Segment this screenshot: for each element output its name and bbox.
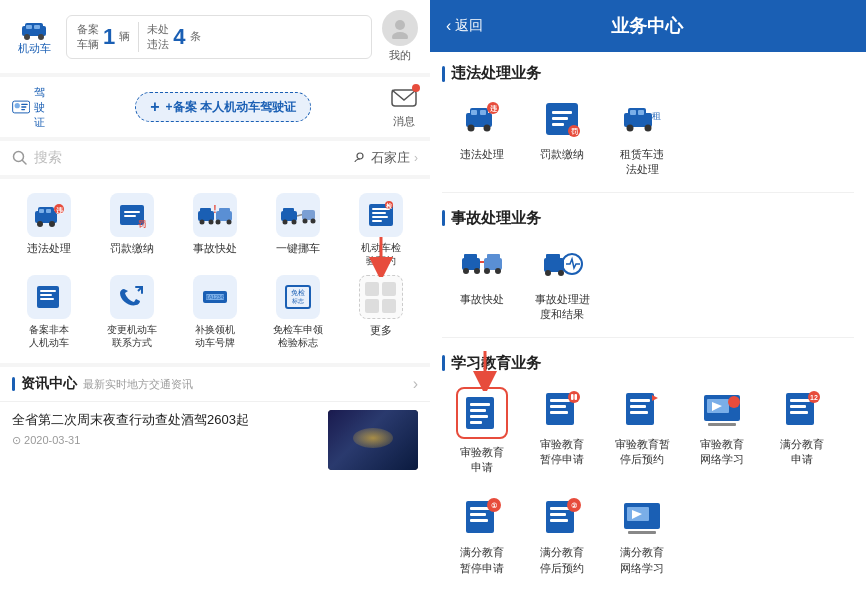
license-bar: 驾驶证 + +备案 本人机动车驾驶证 消息 [0,77,430,137]
change-contact-label: 变更机动车联系方式 [107,323,157,349]
full-score-icon-wrap: 12 [780,387,824,431]
filed-count: 1 [103,24,115,50]
svg-rect-26 [124,211,140,213]
news-title-row: 资讯中心 最新实时地方交通资讯 [12,375,193,393]
svg-point-99 [558,270,564,276]
svg-rect-113 [571,394,574,400]
section-violation-title: 违法处理业务 [451,64,541,83]
red-arrow-right-container [470,351,500,395]
tow-icon-box [276,193,320,237]
svg-rect-53 [37,286,59,308]
left-header: 机动车 备案车辆 1 辆 未处违法 4 条 我的 [0,0,430,73]
car-icon [20,18,48,40]
full-resume-icon-wrap: ② [540,495,584,539]
right-panel: ‹ 返回 业务中心 违法处理业务 [430,0,866,600]
svg-rect-21 [39,209,44,213]
full-online-label: 满分教育网络学习 [620,545,664,576]
icons-row-2: 备案非本人机动车 变更机动车联系方式 [0,271,430,353]
violation-handle-label: 违法处理 [460,147,504,162]
service-edu-pause[interactable]: 审验教育暂停申请 [522,381,602,482]
section-accident-title: 事故处理业务 [451,209,541,228]
news-subtitle: 最新实时地方交通资讯 [83,377,193,392]
motor-vehicle-section[interactable]: 机动车 [12,15,56,59]
quick-services: 违 违法处理 罚 罚款缴纳 [0,175,430,363]
edu-resume-icon [620,387,664,431]
fine-icon-box: 罚 [110,193,154,237]
exempt-inspection-icon: 免检 标志 [282,283,314,311]
svg-point-44 [302,219,307,224]
svg-rect-107 [470,421,482,424]
service-accident-progress[interactable]: 事故处理进度和结果 [522,236,602,329]
svg-rect-116 [630,399,650,402]
accident-quick-service[interactable]: ! 事故快处 [179,193,251,267]
non-personal-icon-box [27,275,71,319]
service-fine-payment[interactable]: 罚 罚款缴纳 [522,91,602,184]
news-item-1[interactable]: 全省第二次周末夜查行动查处酒驾2603起 ⊙ 2020-03-31 [0,402,430,478]
non-personal-vehicle-service[interactable]: 备案非本人机动车 [13,275,85,349]
service-rental-violation[interactable]: 租 租赁车违法处理 [602,91,682,184]
service-edu-apply[interactable]: 审验教育申请 [442,381,522,482]
svg-rect-118 [630,411,648,414]
svg-point-3 [38,34,44,40]
service-violation-handle[interactable]: 违 违法处理 [442,91,522,184]
accident-quick-icon [460,242,504,286]
svg-point-94 [495,268,501,274]
accident-progress-icon [540,242,584,286]
add-license-button[interactable]: + +备案 本人机动车驾驶证 [135,92,311,122]
svg-rect-49 [372,216,388,218]
full-pause-icon: ① [460,495,504,539]
svg-text:检: 检 [385,202,393,209]
svg-rect-30 [200,208,211,214]
my-profile[interactable]: 我的 [382,10,418,63]
svg-rect-143 [628,531,656,534]
message-button[interactable]: 消息 [390,86,418,129]
service-accident-quick[interactable]: 事故快处 [442,236,522,329]
svg-rect-110 [550,405,566,408]
service-edu-online[interactable]: 审验教育网络学习 [682,381,762,482]
news-chevron-icon[interactable]: › [413,375,418,393]
svg-text:违: 违 [56,206,64,214]
back-button[interactable]: ‹ 返回 [446,17,483,35]
more-services[interactable]: 更多 [345,275,417,349]
svg-point-83 [645,125,652,132]
fine-icon: 罚 [116,201,148,229]
search-input-area[interactable]: 搜索 [12,149,62,167]
fine-payment-icon-wrap: 罚 [540,97,584,141]
violation-service[interactable]: 违 违法处理 [13,193,85,267]
full-online-icon-wrap [620,495,664,539]
svg-point-35 [215,220,220,225]
full-pause-icon-wrap: ① [460,495,504,539]
news-header: 资讯中心 最新实时地方交通资讯 › [0,367,430,402]
full-score-label: 满分教育申请 [780,437,824,468]
search-bar: 搜索 石家庄 › [0,141,430,175]
section-violation-header: 违法处理业务 [442,52,854,91]
edu-online-icon-wrap [700,387,744,431]
svg-rect-50 [372,220,382,222]
service-full-score-apply[interactable]: 12 满分教育申请 [762,381,842,482]
location-text: 石家庄 [371,149,410,167]
svg-text:②: ② [571,502,578,509]
avatar-icon [389,17,411,39]
service-full-online[interactable]: 满分教育网络学习 [602,489,682,582]
edu-apply-icon-wrap [462,393,502,433]
page-title: 业务中心 [503,14,790,38]
location-selector[interactable]: 石家庄 › [353,149,418,167]
change-contact-service[interactable]: 变更机动车联系方式 [96,275,168,349]
full-resume-icon: ② [540,495,584,539]
service-edu-resume[interactable]: 审验教育暂停后预约 [602,381,682,482]
edu-online-icon [700,387,744,431]
driver-license-section[interactable]: 驾驶证 [12,85,56,129]
search-icon [12,150,28,166]
tow-label: 一键挪车 [276,241,320,255]
fine-service[interactable]: 罚 罚款缴纳 [96,193,168,267]
vehicle-label: 机动车 [18,41,51,56]
replace-plate-service[interactable]: 冀A12345 补换领机动车号牌 [179,275,251,349]
svg-text:罚: 罚 [571,128,578,135]
service-full-pause[interactable]: ① 满分教育暂停申请 [442,489,522,582]
news-title: 资讯中心 [21,375,77,393]
education-services-container: 审验教育申请 审验教 [442,381,854,587]
tow-service[interactable]: 一键挪车 [262,193,334,267]
add-license-label: +备案 本人机动车驾驶证 [166,99,296,116]
exempt-inspection-service[interactable]: 免检 标志 免检车申领检验标志 [262,275,334,349]
service-full-resume[interactable]: ② 满分教育停后预约 [522,489,602,582]
